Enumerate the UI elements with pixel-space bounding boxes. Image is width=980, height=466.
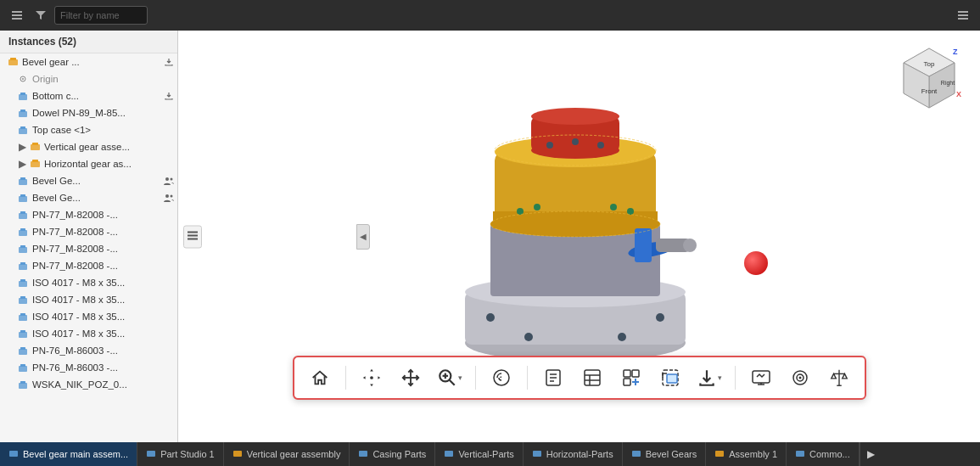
collapse-panel-button[interactable]: ◀ <box>356 224 370 250</box>
tree-item-pn76-2[interactable]: PN-76_M-86003 -... <box>0 359 177 376</box>
tree-item-wska[interactable]: WSKA_NIK_POZ_0... <box>0 376 177 393</box>
svg-rect-7 <box>10 58 16 60</box>
tree-item-bevel-ge-1[interactable]: Bevel Ge... <box>0 172 177 189</box>
list-view-icon[interactable] <box>953 5 973 25</box>
tree-item-iso-3[interactable]: ISO 4017 - M8 x 35... <box>0 308 177 325</box>
view-cube[interactable]: Top Front Right X Z <box>895 44 963 112</box>
red-sphere <box>744 251 768 275</box>
svg-point-62 <box>531 108 619 125</box>
list-button[interactable] <box>577 362 608 393</box>
tree-item-label: PN-76_M-86003 -... <box>32 345 174 356</box>
svg-rect-25 <box>20 194 25 197</box>
link-button[interactable] <box>616 362 647 393</box>
svg-rect-126 <box>533 451 541 457</box>
tree-item-pn77-2[interactable]: PN-77_M-82008 -... <box>0 223 177 240</box>
svg-rect-18 <box>31 161 40 167</box>
translate-button[interactable] <box>395 362 426 393</box>
separator <box>475 366 476 390</box>
tab-bevel-gears[interactable]: Bevel Gears <box>623 442 707 466</box>
filter-icon[interactable] <box>31 5 51 25</box>
tree-item-iso-4[interactable]: ISO 4017 - M8 x 35... <box>0 325 177 342</box>
svg-rect-33 <box>20 245 25 248</box>
home-button[interactable] <box>305 362 335 393</box>
tab-horizontal-parts[interactable]: Horizontal-Parts <box>524 442 623 466</box>
document-button[interactable] <box>538 362 568 393</box>
svg-rect-42 <box>19 332 27 338</box>
menu-icon[interactable] <box>7 5 27 25</box>
tree-item-origin[interactable]: Origin <box>0 70 177 87</box>
svg-point-67 <box>546 142 553 149</box>
screen-button[interactable] <box>746 362 776 393</box>
tab-scroll-right[interactable]: ▶ <box>860 442 882 466</box>
assembly-icon <box>29 158 41 170</box>
transform-button[interactable] <box>356 362 387 393</box>
tab-part-studio-1[interactable]: Part Studio 1 <box>137 442 224 466</box>
svg-rect-59 <box>493 211 658 228</box>
svg-rect-24 <box>19 196 27 202</box>
svg-rect-20 <box>19 179 27 185</box>
tree-item-label: PN-77_M-82008 -... <box>32 244 174 254</box>
svg-rect-4 <box>958 14 968 16</box>
tree-item-top-case[interactable]: Top case <1> <box>0 121 177 138</box>
tree-item-iso-2[interactable]: ISO 4017 - M8 x 35... <box>0 291 177 308</box>
bottom-toolbar: ▾ <box>293 356 866 400</box>
tab-icon <box>532 448 542 460</box>
tree-item-pn77-1[interactable]: PN-77_M-82008 -... <box>0 206 177 223</box>
part-icon <box>17 175 29 187</box>
tab-assembly-1[interactable]: Assembly 1 <box>706 442 787 466</box>
tree-item-dowel[interactable]: Dowel PN-89_M-85... <box>0 104 177 121</box>
svg-rect-41 <box>20 313 25 316</box>
scale-button[interactable] <box>824 362 854 393</box>
tab-bevel-gear-main[interactable]: Bevel gear main assem... <box>0 442 137 466</box>
top-toolbar <box>0 0 980 31</box>
tab-common[interactable]: Commo... <box>787 442 860 466</box>
svg-point-72 <box>524 333 533 341</box>
tree-item-bottom-c[interactable]: Bottom c... <box>0 87 177 104</box>
people-badge <box>163 176 174 187</box>
filter-input[interactable] <box>54 6 148 25</box>
tab-icon <box>358 448 368 460</box>
svg-text:Top: Top <box>924 60 935 68</box>
tab-vertical-gear-assembly[interactable]: Vertical gear assembly <box>224 442 350 466</box>
svg-rect-124 <box>359 451 367 457</box>
tab-label: Assembly 1 <box>729 449 777 459</box>
svg-point-117 <box>798 377 801 379</box>
viewport-panel-toggle[interactable] <box>183 225 202 248</box>
part-icon <box>17 124 29 136</box>
download-button[interactable]: ▾ <box>694 362 725 393</box>
tree-item-bevel-ge-2[interactable]: Bevel Ge... <box>0 189 177 206</box>
svg-line-96 <box>449 380 454 385</box>
download-dropdown-arrow: ▾ <box>718 373 722 382</box>
part-icon <box>17 90 29 102</box>
svg-text:Right: Right <box>941 80 955 87</box>
zoom-button[interactable]: ▾ <box>434 362 465 393</box>
tab-casing-parts[interactable]: Casing Parts <box>350 442 435 466</box>
tree-item-pn77-4[interactable]: PN-77_M-82008 -... <box>0 257 177 274</box>
display-style-button[interactable] <box>486 362 517 393</box>
tree-item-horizontal-gear[interactable]: ▶ Horizontal gear as... <box>0 155 177 172</box>
tree-item-pn77-3[interactable]: PN-77_M-82008 -... <box>0 240 177 257</box>
chevron-right-icon: ▶ <box>867 448 875 460</box>
svg-point-9 <box>22 78 24 80</box>
tree-item-label: ISO 4017 - M8 x 35... <box>32 278 174 288</box>
svg-text:Z: Z <box>953 48 958 56</box>
svg-rect-28 <box>19 213 27 219</box>
tree-item-iso-1[interactable]: ISO 4017 - M8 x 35... <box>0 274 177 291</box>
tree-item-bevel-gear[interactable]: Bevel gear ... <box>0 53 177 70</box>
coil-button[interactable] <box>785 362 815 393</box>
tab-icon <box>232 448 243 460</box>
tree-item-pn76-1[interactable]: PN-76_M-86003 -... <box>0 342 177 359</box>
tree-item-label: Top case <1> <box>32 125 174 135</box>
svg-rect-29 <box>20 211 25 214</box>
viewport[interactable]: Top Front Right X Z ◀ <box>178 31 980 442</box>
svg-rect-14 <box>19 128 27 134</box>
tab-vertical-parts[interactable]: Vertical-Parts <box>435 442 523 466</box>
svg-rect-0 <box>12 11 22 13</box>
part-icon <box>17 345 29 357</box>
svg-rect-31 <box>20 228 25 231</box>
crop-button[interactable] <box>655 362 686 393</box>
svg-rect-6 <box>8 59 18 65</box>
svg-point-92 <box>370 376 373 379</box>
svg-rect-48 <box>19 383 27 389</box>
tree-item-vertical-gear[interactable]: ▶ Vertical gear asse... <box>0 138 177 155</box>
